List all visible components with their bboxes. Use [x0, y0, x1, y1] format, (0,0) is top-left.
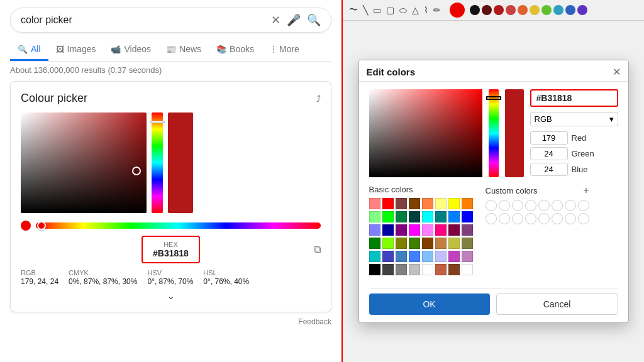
swatch[interactable]	[396, 264, 407, 275]
toolbar-color-darkred[interactable]	[482, 5, 492, 15]
custom-swatch[interactable]	[565, 213, 576, 224]
hue-slider[interactable]	[36, 222, 321, 229]
swatch[interactable]	[462, 251, 473, 262]
custom-swatch[interactable]	[578, 200, 589, 211]
lens-icon[interactable]: 🔍	[307, 13, 321, 27]
swatch[interactable]	[422, 224, 433, 236]
swatch[interactable]	[435, 211, 447, 222]
expand-icon[interactable]: ⌄	[21, 290, 321, 302]
swatch[interactable]	[369, 211, 380, 222]
swatch[interactable]	[369, 264, 380, 275]
custom-swatch[interactable]	[512, 213, 523, 224]
custom-swatch[interactable]	[538, 213, 550, 224]
tab-all[interactable]: 🔍 All	[10, 39, 48, 61]
dialog-saturation-picker[interactable]	[369, 89, 482, 177]
custom-swatch[interactable]	[486, 200, 497, 211]
swatch[interactable]	[435, 224, 447, 236]
toolbar-color-blue[interactable]	[565, 5, 575, 15]
mic-icon[interactable]: 🎤	[287, 13, 301, 27]
swatch[interactable]	[448, 211, 460, 222]
swatch[interactable]	[382, 211, 394, 222]
swatch[interactable]	[409, 264, 420, 275]
add-custom-color-button[interactable]: +	[583, 185, 589, 196]
swatch[interactable]	[396, 224, 407, 236]
search-input[interactable]	[21, 14, 271, 26]
tab-more[interactable]: ⋮ More	[262, 39, 307, 61]
custom-swatch[interactable]	[578, 213, 589, 224]
dialog-hue-bar[interactable]	[489, 89, 499, 177]
swatch[interactable]	[462, 211, 473, 222]
clear-icon[interactable]: ✕	[271, 13, 280, 27]
ellipse-tool-icon[interactable]: ⬭	[398, 4, 408, 17]
swatch[interactable]	[462, 224, 473, 236]
tab-books[interactable]: 📚 Books	[209, 39, 262, 61]
swatch[interactable]	[435, 264, 447, 275]
swatch[interactable]	[369, 251, 380, 262]
custom-swatch[interactable]	[499, 213, 510, 224]
triangle-tool-icon[interactable]: △	[411, 4, 420, 16]
custom-swatch[interactable]	[552, 200, 563, 211]
tab-images[interactable]: 🖼 Images	[48, 39, 104, 61]
swatch[interactable]	[422, 198, 433, 209]
saturation-picker[interactable]	[21, 112, 147, 213]
rounded-rect-icon[interactable]: ▢	[385, 4, 396, 16]
swatch[interactable]	[409, 251, 420, 262]
green-input[interactable]	[530, 147, 568, 160]
dialog-close-button[interactable]: ✕	[613, 67, 621, 77]
swatch[interactable]	[462, 264, 473, 275]
red-input[interactable]	[530, 131, 568, 145]
toolbar-color-red[interactable]	[494, 5, 504, 15]
color-model-select[interactable]: RGB ▾	[530, 112, 618, 126]
swatch[interactable]	[448, 264, 460, 275]
toolbar-color-purple[interactable]	[577, 5, 587, 15]
toolbar-color-teal[interactable]	[553, 5, 564, 15]
swatch[interactable]	[422, 238, 433, 249]
swatch[interactable]	[396, 211, 407, 222]
custom-swatch[interactable]	[525, 213, 536, 224]
swatch[interactable]	[448, 198, 460, 209]
swatch[interactable]	[382, 238, 394, 249]
swatch[interactable]	[369, 198, 380, 209]
line-tool-icon[interactable]: ╲	[362, 4, 369, 16]
swatch[interactable]	[396, 198, 407, 209]
active-color-circle[interactable]	[450, 3, 465, 18]
toolbar-color-yellow[interactable]	[530, 5, 540, 15]
swatch[interactable]	[382, 198, 394, 209]
copy-icon[interactable]: ⧉	[314, 244, 321, 255]
swatch[interactable]	[409, 224, 420, 236]
pencil-icon[interactable]: ✏	[432, 4, 442, 16]
custom-swatch[interactable]	[552, 213, 563, 224]
swatch[interactable]	[435, 238, 447, 249]
hue-bar[interactable]	[152, 112, 163, 213]
hex-input[interactable]	[530, 89, 618, 107]
custom-swatch[interactable]	[525, 200, 536, 211]
rect-tool-icon[interactable]: ▭	[372, 4, 382, 16]
feedback-label[interactable]: Feedback	[10, 317, 331, 326]
swatch[interactable]	[396, 238, 407, 249]
swatch[interactable]	[382, 264, 394, 275]
custom-swatch[interactable]	[486, 213, 497, 224]
custom-swatch[interactable]	[512, 200, 523, 211]
toolbar-color-orange[interactable]	[518, 5, 528, 15]
cancel-button[interactable]: Cancel	[496, 293, 618, 315]
ok-button[interactable]: OK	[369, 293, 490, 315]
swatch[interactable]	[409, 238, 420, 249]
swatch[interactable]	[396, 251, 407, 262]
swatch[interactable]	[448, 238, 460, 249]
toolbar-color-black[interactable]	[470, 5, 480, 15]
swatch[interactable]	[422, 251, 433, 262]
swatch[interactable]	[422, 211, 433, 222]
swatch[interactable]	[382, 224, 394, 236]
swatch[interactable]	[448, 251, 460, 262]
swatch[interactable]	[422, 264, 433, 275]
swatch[interactable]	[369, 224, 380, 236]
custom-swatch[interactable]	[499, 200, 510, 211]
blue-input[interactable]	[530, 163, 568, 176]
swatch[interactable]	[382, 251, 394, 262]
freeform-icon[interactable]: ⌇	[423, 4, 430, 16]
swatch[interactable]	[462, 238, 473, 249]
swatch[interactable]	[462, 198, 473, 209]
tab-news[interactable]: 📰 News	[158, 39, 209, 61]
curve-tool-icon[interactable]: 〜	[348, 3, 359, 17]
toolbar-color-lightred[interactable]	[506, 5, 516, 15]
